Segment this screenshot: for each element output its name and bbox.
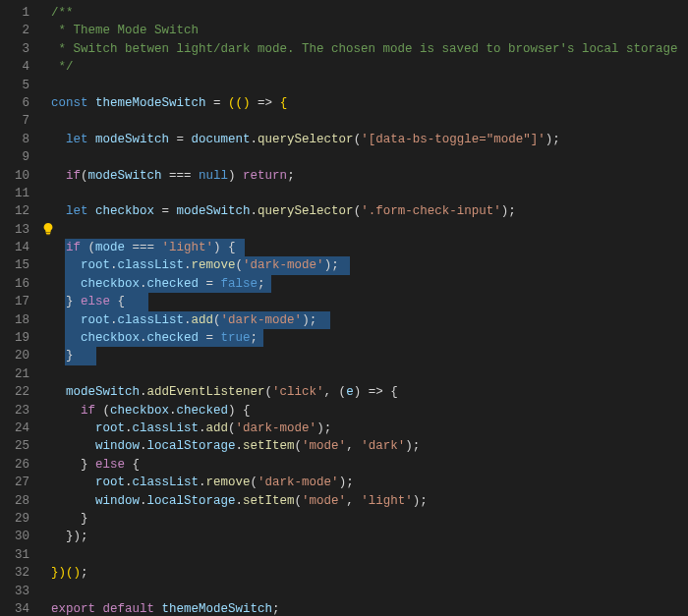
code-line[interactable]: if(modeSwitch === null) return; [51,167,688,185]
code-line[interactable]: } [51,510,688,528]
line-number: 7 [0,112,39,130]
code-line[interactable] [51,365,688,383]
line-number: 25 [0,437,39,455]
code-line[interactable] [51,583,688,600]
line-number: 27 [0,474,39,491]
code-line[interactable]: modeSwitch.addEventListener('click', (e)… [51,383,688,401]
code-line[interactable]: } else { [51,456,688,474]
code-text: } else { [51,458,140,472]
line-number: 5 [0,77,39,94]
code-line[interactable]: })(); [51,564,688,582]
code-line[interactable]: root.classList.remove('dark-mode'); [51,256,688,274]
line-number: 14 [0,239,39,256]
code-line[interactable] [51,148,688,166]
code-text: }); [51,530,88,543]
code-text: checkbox.checked = true; [51,331,258,345]
line-number: 8 [0,131,39,148]
code-text: root.classList.remove('dark-mode'); [51,258,339,272]
code-line[interactable] [51,185,688,202]
code-area[interactable]: /** * Theme Mode Switch * Switch betwen … [39,0,688,616]
code-text: })(); [51,566,88,580]
lightbulb-icon[interactable] [41,222,55,236]
line-number: 12 [0,202,39,220]
line-number: 34 [0,600,39,616]
line-number: 30 [0,528,39,545]
code-text: if (mode === 'light') { [51,241,236,254]
line-number: 9 [0,148,39,166]
svg-rect-0 [46,233,50,234]
code-line[interactable]: window.localStorage.setItem('mode', 'lig… [51,492,688,510]
code-text: modeSwitch.addEventListener('click', (e)… [51,385,398,399]
line-number-gutter: 1234567891011121314151617181920212223242… [0,0,39,616]
line-number: 19 [0,329,39,347]
code-line[interactable]: window.localStorage.setItem('mode', 'dar… [51,437,688,455]
code-line[interactable]: export default themeModeSwitch; [51,600,688,616]
line-number: 33 [0,583,39,600]
code-line[interactable]: let checkbox = modeSwitch.querySelector(… [51,202,688,220]
line-number: 10 [0,167,39,185]
code-text: window.localStorage.setItem('mode', 'dar… [51,439,420,453]
code-text: if(modeSwitch === null) return; [51,169,295,183]
code-text: } [51,512,88,526]
code-text: let checkbox = modeSwitch.querySelector(… [51,204,516,218]
line-number: 29 [0,510,39,528]
code-line[interactable] [51,77,688,94]
code-line[interactable] [51,112,688,130]
line-number: 13 [0,221,39,239]
code-text: let modeSwitch = document.querySelector(… [51,133,560,146]
code-text: export default themeModeSwitch; [51,602,280,616]
code-text: if (checkbox.checked) { [51,404,251,418]
code-line[interactable]: let modeSwitch = document.querySelector(… [51,131,688,148]
code-line[interactable]: } else { [51,293,688,310]
code-line[interactable]: if (checkbox.checked) { [51,402,688,420]
code-text: * Theme Mode Switch [51,24,199,37]
code-line[interactable]: const themeModeSwitch = (() => { [51,94,688,112]
line-number: 1 [0,4,39,22]
code-line[interactable]: root.classList.remove('dark-mode'); [51,474,688,491]
line-number: 15 [0,256,39,274]
code-line[interactable]: */ [51,58,688,76]
line-number: 6 [0,94,39,112]
code-line[interactable]: } [51,347,688,364]
code-line[interactable]: * Switch betwen light/dark mode. The cho… [51,40,688,58]
code-text: root.classList.add('dark-mode'); [51,313,316,327]
code-text: root.classList.add('dark-mode'); [51,421,331,435]
code-text: root.classList.remove('dark-mode'); [51,476,354,489]
code-line[interactable]: checkbox.checked = true; [51,329,688,347]
code-text: */ [51,60,74,74]
code-text: } [51,349,74,363]
code-line[interactable]: /** [51,4,688,22]
line-number: 26 [0,456,39,474]
code-text: window.localStorage.setItem('mode', 'lig… [51,494,428,508]
code-line[interactable]: checkbox.checked = false; [51,275,688,293]
line-number: 21 [0,365,39,383]
code-text: * Switch betwen light/dark mode. The cho… [51,42,678,56]
line-number: 4 [0,58,39,76]
code-line[interactable]: * Theme Mode Switch [51,22,688,39]
code-line[interactable]: root.classList.add('dark-mode'); [51,311,688,329]
code-text: checkbox.checked = false; [51,277,265,291]
code-text: } else { [51,295,125,308]
code-line[interactable]: }); [51,528,688,545]
code-line[interactable]: root.classList.add('dark-mode'); [51,420,688,437]
line-number: 17 [0,293,39,310]
line-number: 20 [0,347,39,364]
line-number: 11 [0,185,39,202]
code-line[interactable] [51,546,688,564]
line-number: 32 [0,564,39,582]
line-number: 28 [0,492,39,510]
line-number: 16 [0,275,39,293]
line-number: 23 [0,402,39,420]
line-number: 22 [0,383,39,401]
code-editor[interactable]: 1234567891011121314151617181920212223242… [0,0,688,616]
line-number: 3 [0,40,39,58]
line-number: 2 [0,22,39,39]
line-number: 18 [0,311,39,329]
code-text: const themeModeSwitch = (() => { [51,96,287,110]
svg-rect-1 [46,234,50,235]
code-text: /** [51,6,74,20]
code-line[interactable]: if (mode === 'light') { [51,239,688,256]
line-number: 31 [0,546,39,564]
line-number: 24 [0,420,39,437]
code-line[interactable] [51,221,688,239]
